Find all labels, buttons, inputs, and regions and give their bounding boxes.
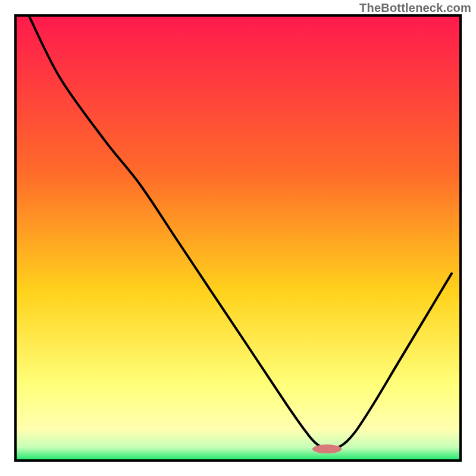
optimal-marker	[312, 444, 342, 453]
attribution-label: TheBottleneck.com	[359, 1, 471, 15]
bottleneck-chart	[0, 0, 476, 476]
plot-background	[15, 15, 461, 461]
